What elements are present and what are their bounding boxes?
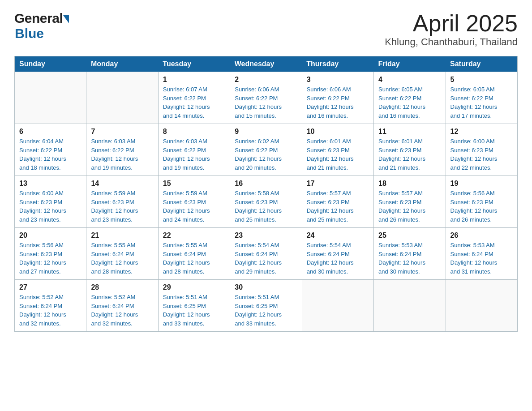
day-number: 6 [19,128,82,136]
calendar-cell: 20Sunrise: 5:56 AMSunset: 6:23 PMDayligh… [15,228,86,280]
calendar-cell [15,72,86,124]
sun-info: Sunrise: 5:51 AMSunset: 6:25 PMDaylight:… [235,293,297,328]
day-number: 2 [235,76,297,84]
calendar-cell [302,280,373,332]
calendar-cell: 4Sunrise: 6:05 AMSunset: 6:22 PMDaylight… [374,72,446,124]
sun-info: Sunrise: 5:55 AMSunset: 6:24 PMDaylight:… [91,241,153,276]
sun-info: Sunrise: 5:52 AMSunset: 6:24 PMDaylight:… [91,293,153,328]
calendar-week-row: 27Sunrise: 5:52 AMSunset: 6:24 PMDayligh… [15,280,518,332]
page-title: April 2025 [385,11,518,36]
calendar-cell: 1Sunrise: 6:07 AMSunset: 6:22 PMDaylight… [158,72,230,124]
sun-info: Sunrise: 6:02 AMSunset: 6:22 PMDaylight:… [235,137,297,172]
logo-general-text: General [14,11,63,26]
calendar-week-row: 6Sunrise: 6:04 AMSunset: 6:22 PMDaylight… [15,124,518,176]
day-number: 12 [450,128,513,136]
calendar-header-saturday: Saturday [446,56,517,72]
sun-info: Sunrise: 5:57 AMSunset: 6:23 PMDaylight:… [307,189,369,224]
calendar-week-row: 20Sunrise: 5:56 AMSunset: 6:23 PMDayligh… [15,228,518,280]
calendar-cell: 23Sunrise: 5:54 AMSunset: 6:24 PMDayligh… [230,228,302,280]
calendar-header-row: SundayMondayTuesdayWednesdayThursdayFrid… [15,56,518,72]
sun-info: Sunrise: 5:54 AMSunset: 6:24 PMDaylight:… [307,241,369,276]
sun-info: Sunrise: 6:06 AMSunset: 6:22 PMDaylight:… [235,85,297,120]
sun-info: Sunrise: 5:57 AMSunset: 6:23 PMDaylight:… [378,189,441,224]
day-number: 8 [163,128,225,136]
calendar-cell: 9Sunrise: 6:02 AMSunset: 6:22 PMDaylight… [230,124,302,176]
sun-info: Sunrise: 5:55 AMSunset: 6:24 PMDaylight:… [163,241,225,276]
calendar-cell: 28Sunrise: 5:52 AMSunset: 6:24 PMDayligh… [86,280,158,332]
day-number: 17 [307,180,369,188]
calendar-cell: 8Sunrise: 6:03 AMSunset: 6:22 PMDaylight… [158,124,230,176]
calendar-cell [86,72,158,124]
calendar-cell: 21Sunrise: 5:55 AMSunset: 6:24 PMDayligh… [86,228,158,280]
sun-info: Sunrise: 6:01 AMSunset: 6:23 PMDaylight:… [378,137,441,172]
calendar-cell: 15Sunrise: 5:59 AMSunset: 6:23 PMDayligh… [158,176,230,228]
sun-info: Sunrise: 5:53 AMSunset: 6:24 PMDaylight:… [450,241,513,276]
day-number: 3 [307,76,369,84]
calendar-cell: 18Sunrise: 5:57 AMSunset: 6:23 PMDayligh… [374,176,446,228]
day-number: 26 [450,231,513,240]
day-number: 14 [91,180,153,188]
calendar-cell: 24Sunrise: 5:54 AMSunset: 6:24 PMDayligh… [302,228,373,280]
page-subtitle: Khlung, Chanthaburi, Thailand [385,36,518,48]
calendar-cell: 26Sunrise: 5:53 AMSunset: 6:24 PMDayligh… [446,228,517,280]
sun-info: Sunrise: 6:07 AMSunset: 6:22 PMDaylight:… [163,85,225,120]
day-number: 27 [19,283,82,291]
sun-info: Sunrise: 6:00 AMSunset: 6:23 PMDaylight:… [19,189,82,224]
calendar-table: SundayMondayTuesdayWednesdayThursdayFrid… [14,56,518,332]
day-number: 15 [163,180,225,188]
day-number: 23 [235,231,297,240]
sun-info: Sunrise: 6:05 AMSunset: 6:22 PMDaylight:… [378,85,441,120]
sun-info: Sunrise: 5:59 AMSunset: 6:23 PMDaylight:… [163,189,225,224]
calendar-cell: 14Sunrise: 5:59 AMSunset: 6:23 PMDayligh… [86,176,158,228]
sun-info: Sunrise: 6:03 AMSunset: 6:22 PMDaylight:… [91,137,153,172]
day-number: 11 [378,128,441,136]
page-header: General Blue April 2025 Khlung, Chanthab… [14,11,518,48]
day-number: 19 [450,180,513,188]
calendar-header-thursday: Thursday [302,56,373,72]
sun-info: Sunrise: 5:54 AMSunset: 6:24 PMDaylight:… [235,241,297,276]
sun-info: Sunrise: 5:56 AMSunset: 6:23 PMDaylight:… [450,189,513,224]
sun-info: Sunrise: 6:04 AMSunset: 6:22 PMDaylight:… [19,137,82,172]
calendar-week-row: 13Sunrise: 6:00 AMSunset: 6:23 PMDayligh… [15,176,518,228]
calendar-cell: 6Sunrise: 6:04 AMSunset: 6:22 PMDaylight… [15,124,86,176]
logo: General Blue [14,11,69,41]
sun-info: Sunrise: 5:53 AMSunset: 6:24 PMDaylight:… [378,241,441,276]
day-number: 24 [307,231,369,240]
calendar-cell [446,280,517,332]
calendar-cell: 11Sunrise: 6:01 AMSunset: 6:23 PMDayligh… [374,124,446,176]
sun-info: Sunrise: 6:00 AMSunset: 6:23 PMDaylight:… [450,137,513,172]
calendar-cell: 17Sunrise: 5:57 AMSunset: 6:23 PMDayligh… [302,176,373,228]
day-number: 10 [307,128,369,136]
calendar-header-sunday: Sunday [15,56,86,72]
day-number: 5 [450,76,513,84]
sun-info: Sunrise: 6:06 AMSunset: 6:22 PMDaylight:… [307,85,369,120]
calendar-cell: 25Sunrise: 5:53 AMSunset: 6:24 PMDayligh… [374,228,446,280]
calendar-cell: 3Sunrise: 6:06 AMSunset: 6:22 PMDaylight… [302,72,373,124]
sun-info: Sunrise: 5:59 AMSunset: 6:23 PMDaylight:… [91,189,153,224]
calendar-cell: 29Sunrise: 5:51 AMSunset: 6:25 PMDayligh… [158,280,230,332]
calendar-header-tuesday: Tuesday [158,56,230,72]
sun-info: Sunrise: 5:56 AMSunset: 6:23 PMDaylight:… [19,241,82,276]
calendar-cell [374,280,446,332]
calendar-cell: 7Sunrise: 6:03 AMSunset: 6:22 PMDaylight… [86,124,158,176]
day-number: 1 [163,76,225,84]
calendar-cell: 10Sunrise: 6:01 AMSunset: 6:23 PMDayligh… [302,124,373,176]
calendar-cell: 5Sunrise: 6:05 AMSunset: 6:22 PMDaylight… [446,72,517,124]
calendar-cell: 27Sunrise: 5:52 AMSunset: 6:24 PMDayligh… [15,280,86,332]
sun-info: Sunrise: 6:03 AMSunset: 6:22 PMDaylight:… [163,137,225,172]
title-block: April 2025 Khlung, Chanthaburi, Thailand [385,11,518,48]
day-number: 7 [91,128,153,136]
logo-blue-text: Blue [15,26,44,41]
day-number: 13 [19,180,82,188]
calendar-cell: 2Sunrise: 6:06 AMSunset: 6:22 PMDaylight… [230,72,302,124]
day-number: 20 [19,231,82,240]
day-number: 29 [163,283,225,291]
day-number: 22 [163,231,225,240]
calendar-cell: 16Sunrise: 5:58 AMSunset: 6:23 PMDayligh… [230,176,302,228]
day-number: 18 [378,180,441,188]
logo-triangle-icon [63,15,69,23]
calendar-cell: 30Sunrise: 5:51 AMSunset: 6:25 PMDayligh… [230,280,302,332]
sun-info: Sunrise: 5:58 AMSunset: 6:23 PMDaylight:… [235,189,297,224]
day-number: 30 [235,283,297,291]
sun-info: Sunrise: 5:52 AMSunset: 6:24 PMDaylight:… [19,293,82,328]
